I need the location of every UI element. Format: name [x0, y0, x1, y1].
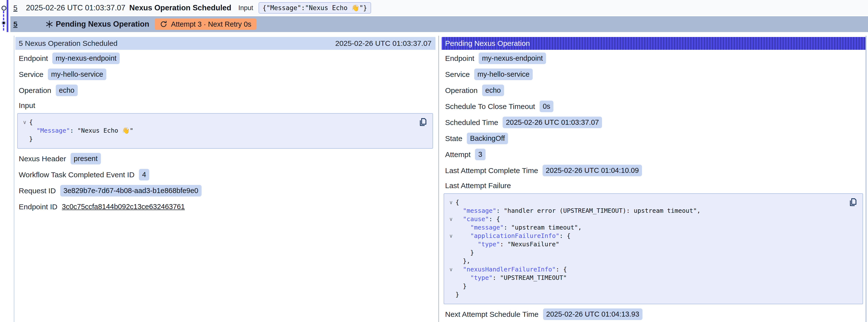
pending-operation-panel: Pending Nexus Operation Endpointmy-nexus…	[442, 37, 866, 322]
json-line: ∨{	[20, 118, 415, 127]
event-fields-bottom: Nexus HeaderpresentWorkflow Task Complet…	[15, 150, 435, 215]
field-value-badge: 2025-02-26 UTC 01:03:37.07	[503, 117, 602, 128]
json-token-plain: : "NexusFailure"	[500, 240, 559, 248]
field-label: Operation	[445, 86, 478, 95]
json-text: }	[29, 135, 33, 143]
json-line: }	[446, 282, 845, 290]
field-value-badge: 3	[475, 149, 485, 160]
json-token-plain: : "upstream timeout",	[503, 224, 582, 231]
json-line: ∨"cause": {	[446, 215, 845, 223]
field-label: State	[445, 134, 462, 143]
event-detail-panel: 5 Nexus Operation Scheduled 2025-02-26 U…	[15, 37, 435, 215]
field-label: Nexus Header	[19, 155, 66, 163]
event-id-link[interactable]: 5	[13, 4, 18, 12]
field-value-badge: echo	[482, 85, 504, 96]
failure-json-block: ∨{"message": "handler error (UPSTREAM_TI…	[444, 193, 863, 304]
collapse-chevron-icon[interactable]: ∨	[446, 232, 456, 240]
event-row-nexus-operation-scheduled[interactable]: 5 2025-02-26 UTC 01:03:37.07 Nexus Opera…	[10, 0, 868, 16]
field-value-badge: 0s	[539, 101, 554, 112]
input-json-lines: ∨{"Message": "Nexus Echo 👋"}	[20, 118, 415, 143]
field-operation: Operationecho	[445, 82, 866, 98]
pending-fields-top: Endpointmy-nexus-endpointServicemy-hello…	[442, 50, 866, 179]
json-token-plain: }	[29, 135, 33, 142]
json-token-key: "applicationFailureInfo"	[470, 232, 559, 239]
field-value-badge: my-hello-service	[474, 68, 533, 80]
event-fields-top: Endpointmy-nexus-endpointServicemy-hello…	[15, 50, 435, 98]
json-token-plain: : "handler error (UPSTREAM_TIMEOUT): ups…	[496, 207, 701, 214]
json-token-key: "message"	[470, 224, 503, 231]
input-preview-chip[interactable]: {"Message":"Nexus Echo 👋"}	[258, 2, 371, 13]
json-line: "type": "NexusFailure"	[446, 240, 845, 249]
retry-icon	[160, 20, 167, 28]
json-gutter	[446, 257, 456, 265]
json-gutter	[446, 249, 456, 257]
field-value-badge: my-nexus-endpoint	[52, 53, 120, 64]
field-value-badge: 3e829b7e-7d67-4b08-aad3-b1e868bfe9e0	[60, 185, 202, 196]
json-token-key: "cause"	[463, 216, 489, 223]
json-gutter	[446, 274, 456, 282]
json-gutter	[446, 282, 456, 290]
attempt-retry-badge: Attempt 3 · Next Retry 0s	[155, 19, 256, 30]
field-value-badge: my-hello-service	[48, 68, 106, 80]
field-label: Service	[445, 70, 470, 79]
json-gutter	[446, 223, 456, 232]
field-value-badge: present	[70, 153, 101, 164]
copy-icon[interactable]	[418, 117, 429, 127]
json-token-plain: },	[463, 257, 470, 264]
event-title: Nexus Operation Scheduled	[129, 3, 231, 12]
field-endpoint-id: Endpoint ID3c0c75ccfa8144b092c13ce632463…	[19, 199, 435, 215]
pending-panel-title: Pending Nexus Operation	[445, 39, 530, 47]
copy-icon[interactable]	[848, 197, 859, 207]
json-line: ∨{	[446, 198, 845, 206]
field-label: Workflow Task Completed Event ID	[19, 171, 134, 179]
collapse-chevron-icon[interactable]: ∨	[446, 198, 456, 206]
field-value-badge: my-nexus-endpoint	[479, 53, 546, 64]
field-label: Endpoint ID	[19, 203, 58, 211]
json-text: {	[456, 198, 459, 206]
field-label: Endpoint	[445, 54, 474, 63]
json-token-plain: }	[463, 283, 467, 290]
field-nexus-header: Nexus Headerpresent	[19, 151, 435, 167]
timeline-event-dot-icon	[1, 6, 6, 10]
timeline-pending-dot-icon	[1, 21, 6, 25]
json-token-plain: : {	[556, 266, 567, 273]
field-request-id: Request ID3e829b7e-7d67-4b08-aad3-b1e868…	[19, 183, 435, 199]
json-token-key: "type"	[478, 240, 500, 248]
field-endpoint: Endpointmy-nexus-endpoint	[19, 50, 435, 66]
field-operation: Operationecho	[19, 82, 435, 98]
field-service: Servicemy-hello-service	[445, 66, 866, 82]
json-token-plain: : "Nexus Echo 👋"	[70, 127, 133, 134]
field-value-badge: echo	[56, 85, 78, 96]
panel-right-border	[866, 36, 867, 322]
pending-event-id-link[interactable]: 5	[13, 20, 18, 28]
field-schedule-to-close-timeout: Schedule To Close Timeout0s	[445, 98, 866, 115]
json-gutter	[446, 206, 456, 215]
json-text: {	[29, 118, 33, 127]
field-label: Request ID	[19, 187, 56, 195]
pending-row-nexus-operation[interactable]: 5 Pending Nexus Operation Attempt 3 · Ne…	[10, 16, 868, 32]
field-value-link[interactable]: 3c0c75ccfa8144b092c13ce632463761	[62, 203, 185, 211]
collapse-chevron-icon[interactable]: ∨	[446, 265, 456, 274]
json-token-plain: }	[456, 291, 459, 298]
failure-section-label: Last Attempt Failure	[442, 179, 866, 193]
field-endpoint: Endpointmy-nexus-endpoint	[445, 50, 866, 66]
active-event-indicator-bar	[7, 0, 8, 32]
json-text: }	[456, 290, 459, 299]
field-label: Operation	[19, 86, 51, 95]
json-text: "message": "upstream timeout",	[456, 223, 582, 232]
field-label: Attempt	[445, 151, 470, 159]
json-line: }	[446, 290, 845, 299]
collapse-chevron-icon[interactable]: ∨	[446, 215, 456, 223]
collapse-chevron-icon[interactable]: ∨	[20, 118, 29, 127]
field-value-badge: 2025-02-26 UTC 01:04:13.93	[543, 309, 643, 320]
event-panel-header: 5 Nexus Operation Scheduled 2025-02-26 U…	[15, 37, 435, 50]
json-token-plain: : {	[559, 232, 570, 239]
field-label: Service	[19, 70, 43, 79]
json-line: "Message": "Nexus Echo 👋"	[20, 127, 415, 135]
field-attempt: Attempt3	[445, 147, 866, 162]
field-label: Last Attempt Complete Time	[445, 166, 538, 175]
field-label: Endpoint	[19, 54, 48, 63]
field-value-badge: 4	[139, 169, 149, 181]
json-text: "Message": "Nexus Echo 👋"	[29, 127, 133, 135]
field-label: Scheduled Time	[445, 118, 498, 127]
